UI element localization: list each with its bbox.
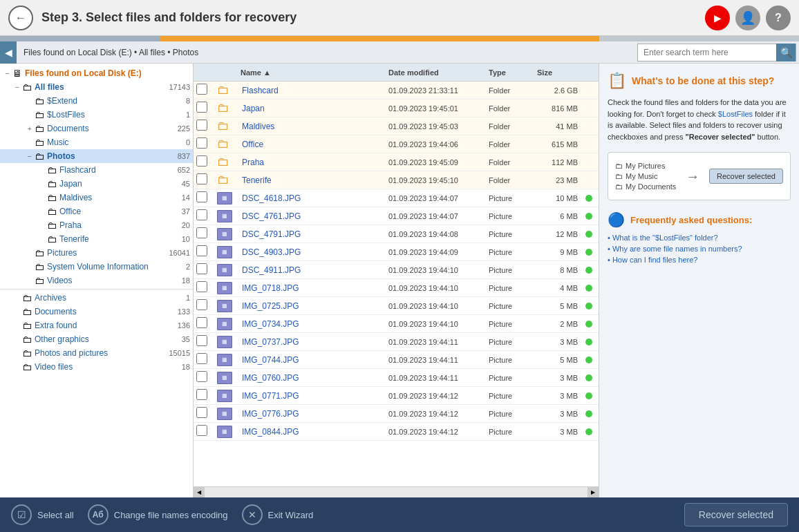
tree-item-videofiles[interactable]: 🗀 Video files 18: [0, 360, 193, 374]
faq-item-2[interactable]: Why are some file names in numbers?: [608, 245, 791, 253]
table-row[interactable]: ▦ IMG_0760.JPG 01.09.2023 19:44:11 Pictu…: [194, 369, 599, 387]
table-row[interactable]: ▦ DSC_4791.JPG 01.09.2023 19:44:08 Pictu…: [194, 225, 599, 243]
recover-selected-small-button[interactable]: Recover selected: [709, 169, 783, 184]
tree-item-allfiles[interactable]: − 🗀 All files 17143: [0, 80, 193, 94]
row-checkbox[interactable]: [196, 281, 207, 292]
scroll-track[interactable]: [205, 487, 588, 498]
table-row[interactable]: ▦ IMG_0737.JPG 01.09.2023 19:44:11 Pictu…: [194, 333, 599, 351]
scroll-left-button[interactable]: ◀: [194, 487, 205, 498]
tree-item-photos[interactable]: − 🗀 Photos 837: [0, 149, 193, 163]
search-input[interactable]: [638, 44, 776, 61]
expand-archives: [12, 293, 22, 303]
row-checkbox[interactable]: [196, 173, 207, 184]
tree-item-tenerife[interactable]: 🗀 Tenerife 10: [0, 232, 193, 246]
table-row[interactable]: 🗀 Office 01.09.2023 19:44:06 Folder 615 …: [194, 135, 599, 153]
folder-icon: 🗀: [217, 101, 229, 115]
table-row[interactable]: ▦ IMG_0744.JPG 01.09.2023 19:44:11 Pictu…: [194, 351, 599, 369]
tree-item-photospictures[interactable]: 🗀 Photos and pictures 15015: [0, 346, 193, 360]
encoding-label: Change file names encoding: [114, 510, 228, 520]
user-button[interactable]: 👤: [735, 6, 760, 30]
file-size: 9 MB: [537, 248, 582, 256]
othergraphics-label: Other graphics: [35, 334, 179, 344]
youtube-button[interactable]: ▶: [705, 6, 730, 30]
row-checkbox[interactable]: [196, 317, 207, 328]
col-size-header[interactable]: Size: [537, 68, 582, 77]
row-checkbox[interactable]: [196, 155, 207, 167]
col-type-header[interactable]: Type: [489, 68, 537, 77]
tree-item-extend[interactable]: 🗀 $Extend 8: [0, 94, 193, 108]
row-checkbox[interactable]: [196, 335, 207, 346]
help-button[interactable]: ?: [766, 6, 791, 30]
file-type: Picture: [489, 302, 537, 310]
row-checkbox[interactable]: [196, 299, 207, 310]
table-row[interactable]: ▦ IMG_0771.JPG 01.09.2023 19:44:12 Pictu…: [194, 387, 599, 405]
tree-item-maldives[interactable]: 🗀 Maldives 14: [0, 191, 193, 205]
tree-item-sysvolinfo[interactable]: 🗀 System Volume Information 2: [0, 260, 193, 274]
tree-item-videos[interactable]: 🗀 Videos 18: [0, 274, 193, 287]
tree-item-lostfiles[interactable]: 🗀 $LostFiles 1: [0, 108, 193, 122]
row-checkbox[interactable]: [196, 120, 207, 131]
table-row[interactable]: ▦ IMG_0725.JPG 01.09.2023 19:44:10 Pictu…: [194, 297, 599, 315]
table-row[interactable]: ▦ DSC_4911.JPG 01.09.2023 19:44:10 Pictu…: [194, 261, 599, 279]
row-checkbox[interactable]: [196, 209, 207, 220]
row-checkbox[interactable]: [196, 84, 207, 95]
table-row[interactable]: ▦ IMG_0734.JPG 01.09.2023 19:44:10 Pictu…: [194, 315, 599, 333]
table-row[interactable]: ▦ DSC_4903.JPG 01.09.2023 19:44:09 Pictu…: [194, 243, 599, 261]
tree-item-office[interactable]: 🗀 Office 37: [0, 205, 193, 218]
tree-item-documents2[interactable]: 🗀 Documents 133: [0, 305, 193, 319]
table-row[interactable]: 🗀 Maldives 01.09.2023 19:45:03 Folder 41…: [194, 117, 599, 135]
table-row[interactable]: ▦ DSC_4761.JPG 01.09.2023 19:44:07 Pictu…: [194, 207, 599, 225]
folder-icon: 🗀: [22, 348, 32, 359]
row-checkbox[interactable]: [196, 389, 207, 400]
tree-item-extrafound[interactable]: 🗀 Extra found 136: [0, 319, 193, 332]
row-checkbox[interactable]: [196, 263, 207, 274]
image-thumbnail-icon: ▦: [217, 246, 232, 258]
row-checkbox[interactable]: [196, 425, 207, 436]
file-list-body[interactable]: 🗀 Flashcard 01.09.2023 21:33:11 Folder 2…: [194, 82, 599, 486]
expand-lostfiles: [25, 110, 35, 120]
tree-item-japan[interactable]: 🗀 Japan 45: [0, 177, 193, 191]
tree-root[interactable]: − 🖥 Files found on Local Disk (E:): [0, 66, 193, 80]
faq-item-1[interactable]: What is the "$LostFiles" folder?: [608, 234, 791, 242]
tree-item-pictures[interactable]: 🗀 Pictures 16041: [0, 246, 193, 260]
file-date: 01.09.2023 19:45:10: [388, 176, 489, 184]
table-row[interactable]: ▦ IMG_0844.JPG 01.09.2023 19:44:12 Pictu…: [194, 423, 599, 441]
tree-item-documents[interactable]: + 🗀 Documents 225: [0, 122, 193, 135]
encoding-button[interactable]: Aб Change file names encoding: [88, 504, 228, 525]
back-button[interactable]: ←: [8, 6, 33, 30]
tree-item-praha[interactable]: 🗀 Praha 20: [0, 218, 193, 232]
row-checkbox[interactable]: [196, 102, 207, 113]
col-date-header[interactable]: Date modified: [388, 68, 489, 77]
table-row[interactable]: 🗀 Praha 01.09.2023 19:45:09 Folder 112 M…: [194, 153, 599, 171]
table-row[interactable]: ▦ DSC_4618.JPG 01.09.2023 19:44:07 Pictu…: [194, 189, 599, 207]
row-checkbox[interactable]: [196, 137, 207, 149]
table-row[interactable]: 🗀 Tenerife 01.09.2023 19:45:10 Folder 23…: [194, 171, 599, 189]
tree-item-music[interactable]: 🗀 Music 0: [0, 135, 193, 149]
row-checkbox[interactable]: [196, 227, 207, 238]
table-row[interactable]: ▦ IMG_0776.JPG 01.09.2023 19:44:12 Pictu…: [194, 405, 599, 423]
tree-item-flashcard[interactable]: 🗀 Flashcard 652: [0, 163, 193, 177]
expand-videos: [25, 276, 35, 285]
tree-item-archives[interactable]: 🗀 Archives 1: [0, 291, 193, 305]
exit-wizard-button[interactable]: ✕ Exit Wizard: [242, 504, 314, 525]
horizontal-scrollbar[interactable]: ◀ ▶: [194, 486, 599, 497]
row-checkbox[interactable]: [196, 407, 207, 418]
tree-item-othergraphics[interactable]: 🗀 Other graphics 35: [0, 332, 193, 346]
recover-selected-main-button[interactable]: Recover selected: [684, 503, 788, 526]
search-button[interactable]: 🔍: [776, 44, 796, 61]
scroll-right-button[interactable]: ▶: [588, 487, 599, 498]
table-row[interactable]: 🗀 Japan 01.09.2023 19:45:01 Folder 816 M…: [194, 99, 599, 117]
file-type: Picture: [489, 338, 537, 346]
faq-item-3[interactable]: How can I find files here?: [608, 256, 791, 264]
table-row[interactable]: 🗀 Flashcard 01.09.2023 21:33:11 Folder 2…: [194, 82, 599, 99]
col-name-header[interactable]: Name ▲: [241, 68, 388, 77]
row-checkbox[interactable]: [196, 353, 207, 364]
row-checkbox[interactable]: [196, 371, 207, 382]
row-checkbox[interactable]: [196, 191, 207, 202]
status-green-dot: [585, 392, 592, 399]
breadcrumb-back-button[interactable]: ◀: [0, 41, 17, 64]
row-checkbox[interactable]: [196, 245, 207, 256]
table-row[interactable]: ▦ IMG_0718.JPG 01.09.2023 19:44:10 Pictu…: [194, 279, 599, 297]
lostfiles-link[interactable]: $LostFiles: [718, 110, 753, 118]
select-all-button[interactable]: ☑ Select all: [11, 504, 74, 525]
